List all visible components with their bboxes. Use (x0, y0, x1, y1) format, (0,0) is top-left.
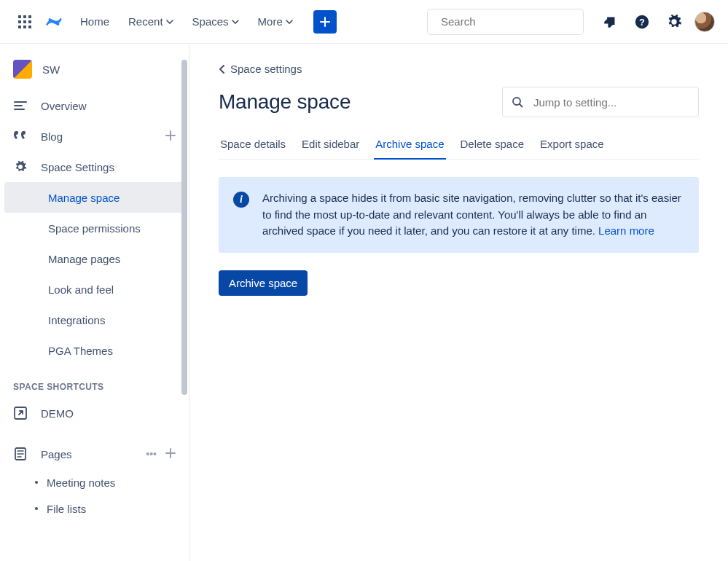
archive-space-button[interactable]: Archive space (219, 270, 308, 296)
sidebar-item-blog[interactable]: Blog (0, 121, 189, 152)
tab-edit-sidebar[interactable]: Edit sidebar (300, 132, 361, 159)
nav-items: Home Recent Spaces More (73, 11, 300, 32)
chevron-down-icon (166, 18, 173, 26)
sub-item-pga-themes[interactable]: PGA Themes (4, 335, 184, 366)
shortcut-item-demo[interactable]: DEMO (0, 398, 189, 428)
svg-rect-8 (28, 26, 31, 28)
svg-rect-1 (23, 15, 26, 18)
space-header[interactable]: SW (0, 60, 189, 90)
page-tree-item[interactable]: Meeting notes (0, 469, 189, 495)
sub-item-manage-space[interactable]: Manage space (4, 182, 184, 213)
page-title: Manage space (219, 90, 351, 114)
tab-space-details[interactable]: Space details (219, 132, 287, 159)
chevron-left-icon (219, 65, 226, 74)
gear-icon (13, 160, 28, 174)
nav-label: Spaces (192, 15, 229, 28)
sub-item-label: Integrations (48, 314, 105, 326)
sidebar-item-overview[interactable]: Overview (0, 90, 189, 121)
bullet-icon (35, 481, 38, 484)
notifications-icon[interactable] (598, 10, 622, 34)
svg-rect-6 (18, 26, 21, 28)
tab-label: Archive space (375, 138, 444, 150)
svg-rect-4 (23, 20, 26, 23)
sidebar-scrollbar[interactable] (179, 44, 189, 561)
info-text: Archiving a space hides it from basic si… (262, 190, 684, 240)
settings-icon[interactable] (662, 10, 686, 34)
space-settings-children: Manage space Space permissions Manage pa… (0, 182, 189, 366)
nav-more[interactable]: More (251, 11, 300, 32)
plus-icon (319, 16, 331, 28)
top-navigation: Home Recent Spaces More ? (0, 0, 728, 44)
nav-home[interactable]: Home (73, 11, 117, 32)
svg-rect-7 (23, 26, 26, 28)
svg-rect-0 (18, 15, 21, 18)
sidebar-item-label: Space Settings (41, 161, 114, 173)
nav-spaces[interactable]: Spaces (185, 11, 246, 32)
sidebar: SW Overview Blog Space Settings Manage s (0, 44, 189, 561)
plus-icon (165, 448, 176, 458)
chevron-down-icon (232, 18, 239, 26)
jump-to-setting-input[interactable] (533, 96, 689, 109)
info-icon: i (233, 192, 249, 208)
user-avatar[interactable] (694, 12, 715, 32)
sidebar-item-label: Pages (41, 448, 72, 460)
sub-item-label: Manage pages (48, 253, 120, 265)
tab-archive-space[interactable]: Archive space (374, 132, 445, 159)
svg-rect-3 (18, 20, 21, 23)
space-name: SW (42, 63, 60, 76)
svg-rect-5 (28, 20, 31, 23)
pages-icon (13, 447, 28, 461)
shortcut-icon (13, 406, 28, 420)
search-input[interactable] (441, 15, 579, 28)
svg-rect-2 (28, 15, 31, 18)
plus-icon (165, 130, 176, 141)
app-switcher-icon[interactable] (13, 10, 36, 34)
tab-export-space[interactable]: Export space (539, 132, 606, 159)
sub-item-label: Space permissions (48, 222, 141, 235)
sub-item-space-permissions[interactable]: Space permissions (4, 213, 184, 243)
sub-item-label: Manage space (48, 192, 120, 204)
add-page-button[interactable] (165, 448, 176, 460)
create-button[interactable] (313, 10, 337, 34)
tab-label: Space details (220, 138, 286, 150)
svg-text:?: ? (639, 16, 645, 27)
pages-more-button[interactable]: ••• (146, 448, 157, 460)
learn-more-link[interactable]: Learn more (598, 224, 654, 237)
search-icon (512, 96, 523, 108)
info-panel: i Archiving a space hides it from basic … (219, 177, 699, 253)
search-box[interactable] (427, 9, 584, 35)
page-tree-label: File lists (47, 503, 86, 515)
header-right-icons: ? (598, 10, 715, 34)
sub-item-label: PGA Themes (48, 345, 113, 357)
tab-label: Export space (540, 138, 604, 150)
tabs: Space details Edit sidebar Archive space… (219, 132, 699, 160)
sub-item-look-and-feel[interactable]: Look and feel (4, 274, 184, 305)
sub-item-manage-pages[interactable]: Manage pages (4, 243, 184, 274)
sidebar-item-label: Overview (41, 100, 87, 112)
tab-delete-space[interactable]: Delete space (459, 132, 526, 159)
add-blog-button[interactable] (165, 130, 176, 143)
breadcrumb-label: Space settings (230, 63, 302, 75)
chevron-down-icon (286, 18, 293, 26)
sidebar-item-pages[interactable]: Pages ••• (0, 439, 189, 469)
sidebar-item-space-settings[interactable]: Space Settings (0, 152, 189, 182)
sub-item-label: Look and feel (48, 283, 114, 296)
overview-icon (13, 98, 28, 113)
nav-recent[interactable]: Recent (121, 11, 181, 32)
bullet-icon (35, 507, 38, 510)
sub-item-integrations[interactable]: Integrations (4, 305, 184, 335)
page-tree-label: Meeting notes (47, 476, 115, 489)
breadcrumb-back[interactable]: Space settings (219, 63, 302, 75)
nav-label: Recent (128, 15, 163, 28)
tab-label: Delete space (461, 138, 525, 150)
main-content: Space settings Manage space Space detail… (189, 44, 728, 561)
sidebar-item-label: Blog (41, 130, 63, 143)
jump-to-setting-box[interactable] (502, 87, 699, 117)
space-shortcuts-heading: SPACE SHORTCUTS (0, 366, 189, 398)
help-icon[interactable]: ? (630, 10, 654, 34)
nav-label: More (258, 15, 283, 28)
confluence-logo-icon[interactable] (44, 12, 64, 32)
nav-label: Home (80, 15, 109, 28)
quote-icon (13, 129, 28, 144)
page-tree-item[interactable]: File lists (0, 495, 189, 522)
